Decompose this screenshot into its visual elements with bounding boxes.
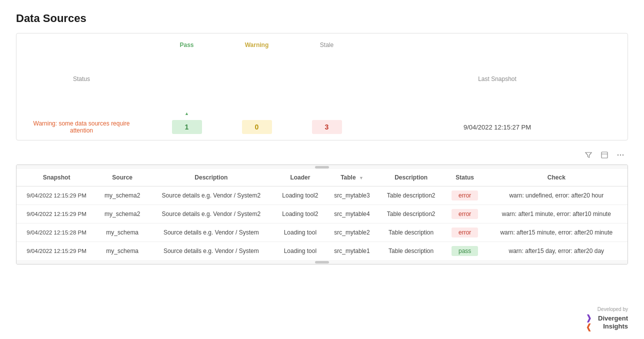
table-header: Snapshot Source Description Loader Table… — [16, 169, 628, 186]
status-badge: error — [452, 190, 478, 200]
status-badge: pass — [452, 246, 478, 256]
svg-point-1 — [618, 154, 618, 156]
cell-snapshot: 9/04/2022 12:15:29 PM — [16, 186, 96, 205]
cell-description2: Table description — [378, 224, 444, 242]
cell-loader: Loading tool2 — [274, 205, 326, 224]
cell-loader: Loading tool — [274, 242, 326, 260]
header-row: Snapshot Source Description Loader Table… — [16, 169, 628, 186]
col-check: Check — [486, 169, 628, 186]
warning-column-header: Warning — [222, 42, 292, 116]
scroll-indicator-top — [16, 165, 628, 169]
data-table-container: Snapshot Source Description Loader Table… — [16, 164, 628, 264]
filter-icon[interactable] — [583, 150, 594, 162]
cell-status: pass — [444, 242, 486, 260]
col-description2: Description — [378, 169, 444, 186]
data-table: Snapshot Source Description Loader Table… — [16, 169, 628, 260]
last-snapshot-value: 9/04/2022 12:15:27 PM — [377, 124, 618, 131]
cell-description2: Table description2 — [378, 186, 444, 205]
cell-source: my_schema2 — [96, 186, 148, 205]
cell-table: src_mytable2 — [326, 224, 378, 242]
cell-description1: Source details e.g. Vendor / System — [148, 242, 274, 260]
toolbar — [0, 146, 644, 164]
col-source: Source — [96, 169, 148, 186]
table-row: 9/04/2022 12:15:29 PM my_schema2 Source … — [16, 205, 628, 224]
cell-source: my_schema — [96, 242, 148, 260]
footer-brand: ❱ ❰ Divergent Insights — [586, 314, 628, 331]
summary-card: Status Pass ▲ Warning Stale Last Snapsho… — [16, 33, 628, 140]
cell-description1: Source details e.g. Vendor / System — [148, 224, 274, 242]
cell-description1: Source details e.g. Vendor / System2 — [148, 205, 274, 224]
page-title: Data Sources — [0, 0, 644, 33]
footer-developed-by: Developed by — [586, 306, 628, 312]
warning-value: 0 — [222, 120, 292, 134]
stale-column-header: Stale — [292, 42, 362, 116]
cell-snapshot: 9/04/2022 12:15:29 PM — [16, 242, 96, 260]
cell-snapshot: 9/04/2022 12:15:28 PM — [16, 224, 96, 242]
status-badge: error — [452, 209, 478, 219]
cell-snapshot: 9/04/2022 12:15:29 PM — [16, 205, 96, 224]
table-row: 9/04/2022 12:15:29 PM my_schema Source d… — [16, 242, 628, 260]
chevron-purple-icon: ❱ — [586, 314, 592, 322]
cell-check: warn: undefined, error: after20 hour — [486, 186, 628, 205]
pass-column-header: Pass — [180, 42, 194, 112]
expand-icon[interactable] — [599, 150, 610, 162]
cell-table: src_mytable3 — [326, 186, 378, 205]
col-loader: Loader — [274, 169, 326, 186]
scroll-indicator-bottom — [16, 260, 628, 264]
col-description1: Description — [148, 169, 274, 186]
cell-status: error — [444, 186, 486, 205]
cell-check: warn: after15 day, error: after20 day — [486, 242, 628, 260]
pass-value: 1 — [152, 120, 222, 134]
cell-check: warn: after1 minute, error: after10 minu… — [486, 205, 628, 224]
summary-headers: Status Pass ▲ Warning Stale Last Snapsho… — [16, 42, 628, 116]
col-table[interactable]: Table ▼ — [326, 169, 378, 186]
cell-table: src_mytable1 — [326, 242, 378, 260]
divergent-logo-icon: ❱ ❰ — [586, 314, 592, 331]
footer-brand-name: Divergent Insights — [598, 314, 628, 330]
footer: Developed by ❱ ❰ Divergent Insights — [586, 306, 628, 331]
table-row: 9/04/2022 12:15:28 PM my_schema Source d… — [16, 224, 628, 242]
cell-loader: Loading tool2 — [274, 186, 326, 205]
col-status: Status — [444, 169, 486, 186]
cell-source: my_schema2 — [96, 205, 148, 224]
more-options-icon[interactable] — [615, 150, 626, 162]
snapshot-column-header: Last Snapshot — [377, 76, 618, 82]
cell-status: error — [444, 205, 486, 224]
cell-description2: Table description — [378, 242, 444, 260]
table-body: 9/04/2022 12:15:29 PM my_schema2 Source … — [16, 186, 628, 260]
cell-loader: Loading tool — [274, 224, 326, 242]
warning-message: Warning: some data sources require atten… — [26, 120, 136, 134]
cell-check: warn: after15 minute, error: after20 min… — [486, 224, 628, 242]
svg-rect-0 — [602, 152, 608, 158]
table-row: 9/04/2022 12:15:29 PM my_schema2 Source … — [16, 186, 628, 205]
summary-values: Warning: some data sources require atten… — [16, 120, 628, 134]
cell-table: src_mytable4 — [326, 205, 378, 224]
chevron-orange-icon: ❰ — [586, 323, 592, 331]
svg-point-2 — [620, 154, 621, 156]
stale-value: 3 — [292, 120, 362, 134]
svg-point-3 — [622, 154, 624, 156]
cell-description2: Table description2 — [378, 205, 444, 224]
status-badge: error — [452, 228, 478, 238]
col-snapshot: Snapshot — [16, 169, 96, 186]
cell-source: my_schema — [96, 224, 148, 242]
table-wrapper: Snapshot Source Description Loader Table… — [16, 169, 628, 260]
cell-status: error — [444, 224, 486, 242]
cell-description1: Source details e.g. Vendor / System2 — [148, 186, 274, 205]
status-column-header: Status — [26, 76, 136, 82]
